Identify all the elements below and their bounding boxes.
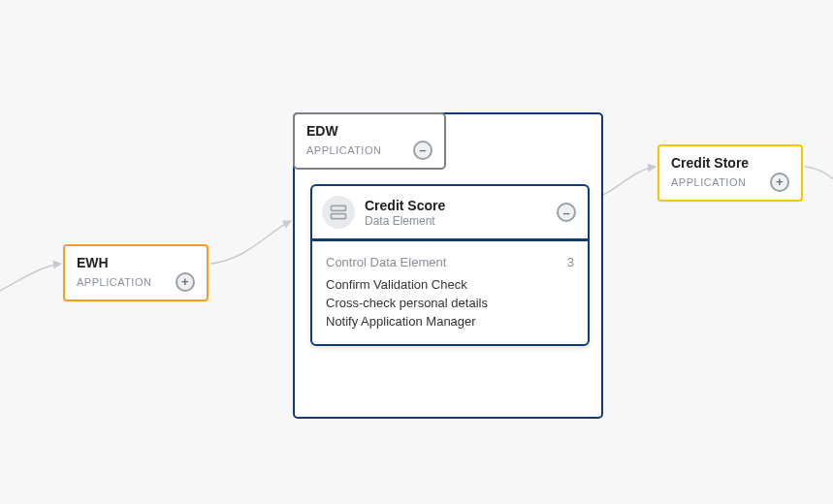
collapse-button[interactable] (413, 141, 433, 160)
node-ewh[interactable]: EWH APPLICATION (63, 244, 208, 301)
node-edw-container[interactable]: EDW APPLICATION Credit Score D (293, 112, 603, 419)
node-edw-subtitle: APPLICATION (306, 144, 381, 156)
body-header-count: 3 (567, 255, 574, 269)
card-body: Control Data Element 3 Confirm Validatio… (312, 241, 588, 344)
edge-out-of-creditstore (805, 167, 833, 186)
node-credit-store-subtitle: APPLICATION (671, 176, 746, 188)
svg-rect-0 (332, 205, 346, 210)
node-edw-title: EDW (306, 123, 433, 140)
data-element-icon (322, 196, 355, 229)
list-item: Notify Application Manager (326, 314, 574, 329)
collapse-button[interactable] (557, 203, 576, 222)
card-title: Credit Score (365, 198, 547, 213)
card-credit-score[interactable]: Credit Score Data Element Control Data E… (310, 184, 590, 346)
card-header: Credit Score Data Element (312, 186, 588, 238)
svg-rect-1 (332, 214, 346, 219)
edge-ewh-to-edw (210, 221, 291, 264)
list-item: Confirm Validation Check (326, 277, 574, 292)
node-ewh-title: EWH (77, 255, 195, 271)
node-ewh-subtitle: APPLICATION (77, 276, 151, 288)
expand-button[interactable] (770, 173, 789, 192)
body-header-label: Control Data Element (326, 255, 446, 269)
expand-button[interactable] (176, 272, 195, 292)
node-edw-tab[interactable]: EDW APPLICATION (293, 112, 446, 170)
node-credit-store-title: Credit Store (671, 155, 789, 172)
edge-edw-to-creditstore (603, 167, 656, 195)
edge-into-ewh (0, 264, 61, 296)
node-credit-store[interactable]: Credit Store APPLICATION (657, 144, 803, 202)
card-subtitle: Data Element (365, 214, 547, 228)
list-item: Cross-check personal details (326, 296, 574, 310)
diagram-canvas[interactable]: EWH APPLICATION EDW APPLICATION (0, 0, 833, 504)
